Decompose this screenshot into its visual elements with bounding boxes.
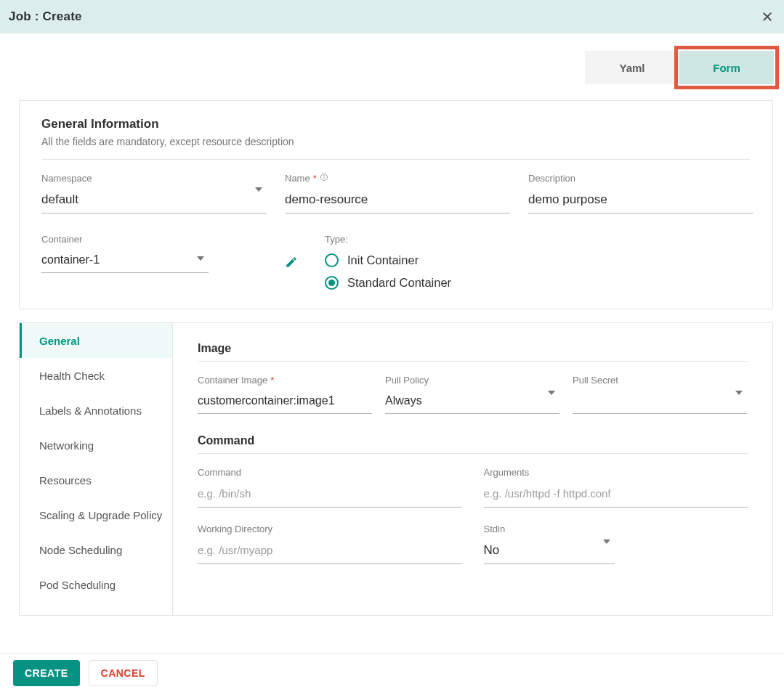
container-image-input[interactable] <box>198 390 372 414</box>
radio-init-container[interactable]: Init Container <box>325 253 751 267</box>
stdin-label: Stdin <box>484 524 615 534</box>
name-input[interactable] <box>285 188 510 213</box>
description-field: Description <box>528 173 753 213</box>
sidebar-item-general[interactable]: General <box>20 323 172 358</box>
workdir-field: Working Directory <box>198 524 462 564</box>
command-input[interactable] <box>198 482 462 508</box>
arguments-field: Arguments <box>484 467 748 508</box>
pull-secret-field: Pull Secret <box>573 375 747 414</box>
pull-policy-label: Pull Policy <box>385 375 559 386</box>
container-select[interactable] <box>41 249 209 273</box>
section-sub-general: All the fields are mandatory, except res… <box>41 136 751 147</box>
close-icon[interactable] <box>761 10 774 23</box>
description-label: Description <box>528 173 753 184</box>
section-title-general: General Information <box>41 117 751 131</box>
namespace-select[interactable] <box>41 188 267 213</box>
pull-policy-field: Pull Policy <box>385 375 559 414</box>
tab-yaml[interactable]: Yaml <box>585 51 679 84</box>
command-label: Command <box>198 467 462 478</box>
sidebar-item-scaling-upgrade[interactable]: Scaling & Upgrade Policy <box>20 497 172 532</box>
general-info-card: General Information All the fields are m… <box>19 100 773 309</box>
sidebar-item-labels-annotations[interactable]: Labels & Annotations <box>20 393 172 428</box>
description-input[interactable] <box>528 188 753 213</box>
required-mark: * <box>270 375 274 386</box>
tabs-row: Yaml Form <box>0 33 784 84</box>
arguments-input[interactable] <box>484 482 748 508</box>
namespace-field: Namespace <box>41 173 267 213</box>
workdir-input[interactable] <box>198 539 462 564</box>
sidebar-item-node-scheduling[interactable]: Node Scheduling <box>20 532 172 567</box>
radio-icon <box>325 276 339 290</box>
workdir-label: Working Directory <box>198 524 462 534</box>
namespace-label: Namespace <box>41 173 267 184</box>
container-label: Container <box>41 234 267 245</box>
svg-point-4 <box>323 176 324 176</box>
pull-secret-label: Pull Secret <box>573 375 747 386</box>
title-bar: Job : Create <box>0 0 784 33</box>
sidebar-item-networking[interactable]: Networking <box>20 428 172 463</box>
create-button[interactable]: CREATE <box>13 660 80 686</box>
detail-panel: General Health Check Labels & Annotation… <box>19 322 773 616</box>
name-label: Name * <box>285 173 510 184</box>
image-section-title: Image <box>198 342 748 355</box>
container-image-field: Container Image * <box>198 375 372 414</box>
tab-form[interactable]: Form <box>679 51 774 84</box>
sidebar-item-health-check[interactable]: Health Check <box>20 358 172 393</box>
stdin-select[interactable] <box>484 539 615 564</box>
footer: CREATE CANCEL <box>0 653 784 692</box>
stdin-field: Stdin <box>484 524 615 564</box>
detail-main: Image Container Image * Pull Policy Pull… <box>173 323 772 615</box>
cancel-button[interactable]: CANCEL <box>89 660 158 686</box>
pull-policy-select[interactable] <box>385 390 559 414</box>
container-field: Container <box>41 234 267 273</box>
page-title: Job : Create <box>9 9 82 24</box>
radio-icon <box>325 253 339 267</box>
type-group: Type: Init Container Standard Container <box>325 234 751 290</box>
type-label: Type: <box>325 234 751 245</box>
pencil-icon[interactable] <box>285 256 307 272</box>
radio-standard-container[interactable]: Standard Container <box>325 276 751 290</box>
info-icon[interactable] <box>320 173 328 184</box>
sidebar-item-pod-scheduling[interactable]: Pod Scheduling <box>20 567 172 602</box>
detail-sidebar: General Health Check Labels & Annotation… <box>20 323 173 615</box>
arguments-label: Arguments <box>484 467 748 478</box>
command-section-title: Command <box>198 434 748 447</box>
command-field: Command <box>198 467 462 508</box>
sidebar-item-resources[interactable]: Resources <box>20 463 172 497</box>
required-mark: * <box>313 173 317 184</box>
name-field: Name * <box>285 173 510 213</box>
pull-secret-select[interactable] <box>573 390 747 414</box>
